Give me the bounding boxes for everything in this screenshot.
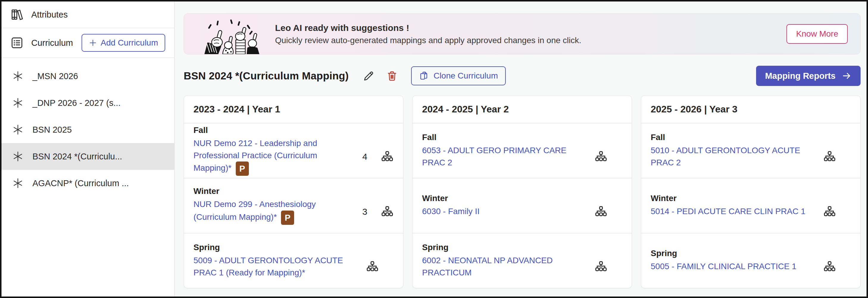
banner-text: Leo AI ready with suggestions ! Quickly … xyxy=(275,23,581,45)
term-label: Spring xyxy=(193,243,394,252)
clone-icon xyxy=(419,71,429,81)
mapping-reports-label: Mapping Reports xyxy=(765,71,836,81)
sidebar: Attributes Curriculum Add Curriculum _MS… xyxy=(1,1,175,297)
course-link[interactable]: NUR Demo 299 - Anesthesiology (Curriculu… xyxy=(193,200,316,222)
sitemap-icon[interactable] xyxy=(595,261,607,273)
term-row: Winter NUR Demo 299 - Anesthesiology (Cu… xyxy=(184,178,403,233)
term-label: Fall xyxy=(651,133,851,142)
sitemap-icon[interactable] xyxy=(823,205,836,218)
sidebar-item-msn-2026[interactable]: _MSN 2026 xyxy=(1,63,174,90)
term-row: Spring 6002 - NEONATAL NP ADVANCED PRACT… xyxy=(412,233,632,288)
asterisk-icon xyxy=(12,124,24,135)
asterisk-icon xyxy=(12,177,24,189)
thumbs-up-illustration xyxy=(203,18,266,54)
term-row: Spring 5009 - ADULT GERONTOLOGY ACUTE PR… xyxy=(184,233,403,288)
year-card-header: 2024 - 2025 | Year 2 xyxy=(412,96,632,124)
term-label: Spring xyxy=(422,243,622,252)
list-icon xyxy=(10,36,24,49)
clone-curriculum-label: Clone Curriculum xyxy=(433,71,498,80)
banner-title: Leo AI ready with suggestions ! xyxy=(275,23,581,33)
curriculum-label: Curriculum xyxy=(31,38,73,48)
term-row: Spring 5005 - FAMILY CLINICAL PRACTICE 1 xyxy=(641,233,860,288)
plus-icon xyxy=(89,39,97,47)
edit-curriculum-button[interactable] xyxy=(363,70,375,82)
course-link[interactable]: 6002 - NEONATAL NP ADVANCED PRACTICUM xyxy=(422,256,553,277)
clone-curriculum-button[interactable]: Clone Curriculum xyxy=(411,66,505,85)
sidebar-item-curriculum[interactable]: Curriculum Add Curriculum xyxy=(1,28,174,58)
sidebar-item-attributes[interactable]: Attributes xyxy=(1,1,174,28)
asterisk-icon xyxy=(12,97,24,108)
sitemap-icon[interactable] xyxy=(595,151,607,163)
app-window: Attributes Curriculum Add Curriculum _MS… xyxy=(0,0,868,298)
mapping-count: 4 xyxy=(362,152,367,162)
list-item-label: BSN 2024 *(Curriculu... xyxy=(32,152,122,162)
mapping-count: 3 xyxy=(362,207,367,217)
curriculum-list: _MSN 2026 _DNP 2026 - 2027 (s... BSN 202… xyxy=(1,58,174,197)
sidebar-item-bsn-2024-selected[interactable]: BSN 2024 *(Curriculu... xyxy=(1,143,174,170)
page-title: BSN 2024 *(Curriculum Mapping) xyxy=(184,70,348,82)
term-row: Winter 5014 - PEDI ACUTE CARE CLIN PRAC … xyxy=(641,178,860,233)
term-label: Winter xyxy=(422,194,622,203)
year-card-header: 2025 - 2026 | Year 3 xyxy=(641,96,860,124)
mapping-reports-button[interactable]: Mapping Reports xyxy=(756,66,861,86)
course-link[interactable]: 6053 - ADULT GERO PRIMARY CARE PRAC 2 xyxy=(422,146,566,167)
p-badge: P xyxy=(236,162,249,176)
term-row: Fall NUR Demo 212 - Leadership and Profe… xyxy=(184,124,403,178)
curriculum-toolbar: BSN 2024 *(Curriculum Mapping) Clone Cur… xyxy=(184,66,861,86)
sitemap-icon[interactable] xyxy=(366,261,379,273)
course-link[interactable]: 5014 - PEDI ACUTE CARE CLIN PRAC 1 xyxy=(651,207,805,216)
sidebar-item-dnp-2026-2027[interactable]: _DNP 2026 - 2027 (s... xyxy=(1,90,174,116)
asterisk-icon xyxy=(12,151,24,162)
know-more-button[interactable]: Know More xyxy=(786,24,848,44)
add-curriculum-label: Add Curriculum xyxy=(101,38,158,47)
term-label: Fall xyxy=(422,133,622,142)
year-card-header: 2023 - 2024 | Year 1 xyxy=(184,96,403,124)
course-link[interactable]: 6030 - Family II xyxy=(422,207,479,216)
sitemap-icon[interactable] xyxy=(823,261,836,273)
delete-curriculum-button[interactable] xyxy=(386,70,398,82)
course-link[interactable]: 5005 - FAMILY CLINICAL PRACTICE 1 xyxy=(651,262,797,271)
term-row: Winter 6030 - Family II xyxy=(412,178,632,233)
course-link[interactable]: NUR Demo 212 - Leadership and Profession… xyxy=(193,139,317,173)
list-item-label: BSN 2025 xyxy=(32,125,72,135)
year-card-2: 2024 - 2025 | Year 2 Fall 6053 - ADULT G… xyxy=(412,96,632,288)
year-cards: 2023 - 2024 | Year 1 Fall NUR Demo 212 -… xyxy=(184,96,861,288)
books-icon xyxy=(10,8,24,21)
pencil-icon xyxy=(363,70,375,82)
sitemap-icon[interactable] xyxy=(595,205,607,218)
trash-icon xyxy=(386,70,398,82)
sitemap-icon[interactable] xyxy=(381,151,394,163)
list-item-label: _DNP 2026 - 2027 (s... xyxy=(32,98,121,108)
leo-ai-banner: Leo AI ready with suggestions ! Quickly … xyxy=(184,13,861,55)
sitemap-icon[interactable] xyxy=(823,151,836,163)
asterisk-icon xyxy=(12,70,24,82)
term-row: Fall 6053 - ADULT GERO PRIMARY CARE PRAC… xyxy=(412,124,632,178)
term-label: Fall xyxy=(193,126,394,135)
year-card-3: 2025 - 2026 | Year 3 Fall 5010 - ADULT G… xyxy=(641,96,861,288)
sidebar-item-agacnp[interactable]: AGACNP* (Curriculum ... xyxy=(1,170,174,197)
course-link[interactable]: 5009 - ADULT GERONTOLOGY ACUTE PRAC 1 (R… xyxy=(193,256,343,277)
add-curriculum-button[interactable]: Add Curriculum xyxy=(82,34,165,52)
arrow-right-icon xyxy=(841,71,851,81)
attributes-label: Attributes xyxy=(31,10,68,20)
list-item-label: AGACNP* (Curriculum ... xyxy=(32,178,129,188)
year-card-1: 2023 - 2024 | Year 1 Fall NUR Demo 212 -… xyxy=(184,96,403,288)
course-link[interactable]: 5010 - ADULT GERONTOLOGY ACUTE PRAC 2 xyxy=(651,146,800,167)
term-label: Winter xyxy=(193,187,394,196)
list-item-label: _MSN 2026 xyxy=(32,71,78,81)
term-label: Spring xyxy=(651,249,851,258)
main-content: Leo AI ready with suggestions ! Quickly … xyxy=(175,1,867,297)
term-row: Fall 5010 - ADULT GERONTOLOGY ACUTE PRAC… xyxy=(641,124,860,178)
banner-subtitle: Quickly review auto-generated mappings a… xyxy=(275,36,581,45)
sidebar-item-bsn-2025[interactable]: BSN 2025 xyxy=(1,116,174,143)
p-badge: P xyxy=(281,210,294,225)
term-label: Winter xyxy=(651,194,851,203)
sitemap-icon[interactable] xyxy=(381,205,394,218)
